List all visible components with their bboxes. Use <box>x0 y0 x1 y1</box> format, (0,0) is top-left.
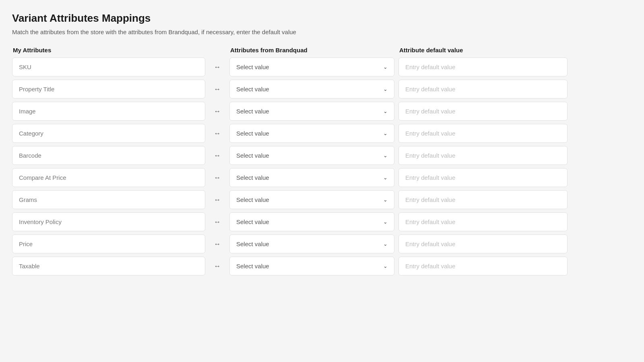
select-value-1[interactable]: Select value ⌄ <box>229 80 394 99</box>
attribute-label-5: Compare At Price <box>12 168 205 187</box>
chevron-icon-0: ⌄ <box>383 64 388 70</box>
arrow-icon-2: ↔ <box>205 107 229 115</box>
arrow-icon-7: ↔ <box>205 218 229 226</box>
attribute-label-6: Grams <box>12 190 205 209</box>
arrow-icon-3: ↔ <box>205 130 229 138</box>
chevron-icon-1: ⌄ <box>383 86 388 92</box>
mapping-row: Image ↔ Select value ⌄ Entry default val… <box>12 102 632 121</box>
attribute-label-2: Image <box>12 102 205 121</box>
default-value-input-0[interactable]: Entry default value <box>398 58 568 76</box>
mapping-row: Inventory Policy ↔ Select value ⌄ Entry … <box>12 212 632 231</box>
attribute-label-3: Category <box>12 124 205 143</box>
default-value-input-9[interactable]: Entry default value <box>398 257 568 276</box>
columns-header: My Attributes Attributes from Brandquad … <box>12 47 632 53</box>
select-value-0[interactable]: Select value ⌄ <box>229 58 394 76</box>
mapping-rows-container: SKU ↔ Select value ⌄ Entry default value… <box>12 58 632 276</box>
chevron-icon-3: ⌄ <box>383 130 388 136</box>
chevron-icon-7: ⌄ <box>383 219 388 225</box>
default-value-input-8[interactable]: Entry default value <box>398 234 568 253</box>
chevron-icon-2: ⌄ <box>383 108 388 114</box>
select-placeholder-5: Select value <box>236 174 269 181</box>
mapping-row: Grams ↔ Select value ⌄ Entry default val… <box>12 190 632 209</box>
mapping-row: Compare At Price ↔ Select value ⌄ Entry … <box>12 168 632 187</box>
attribute-label-0: SKU <box>12 58 205 76</box>
col-my-attributes: My Attributes <box>13 47 206 53</box>
default-value-input-7[interactable]: Entry default value <box>398 212 568 231</box>
col-spacer <box>206 47 230 53</box>
select-value-5[interactable]: Select value ⌄ <box>229 168 394 187</box>
select-placeholder-0: Select value <box>236 64 269 70</box>
page-title: Variant Attributes Mappings <box>12 12 632 25</box>
default-value-input-5[interactable]: Entry default value <box>398 168 568 187</box>
mapping-row: Taxable ↔ Select value ⌄ Entry default v… <box>12 257 632 276</box>
mapping-row: Barcode ↔ Select value ⌄ Entry default v… <box>12 146 632 165</box>
select-placeholder-7: Select value <box>236 218 269 225</box>
select-placeholder-4: Select value <box>236 152 269 159</box>
select-placeholder-3: Select value <box>236 130 269 137</box>
select-value-2[interactable]: Select value ⌄ <box>229 102 394 121</box>
select-placeholder-9: Select value <box>236 263 269 269</box>
arrow-icon-9: ↔ <box>205 262 229 270</box>
default-value-input-3[interactable]: Entry default value <box>398 124 568 143</box>
col-default-value: Attribute default value <box>399 47 568 53</box>
chevron-icon-6: ⌄ <box>383 197 388 203</box>
default-value-input-2[interactable]: Entry default value <box>398 102 568 121</box>
default-value-input-1[interactable]: Entry default value <box>398 80 568 99</box>
select-placeholder-6: Select value <box>236 196 269 203</box>
select-value-9[interactable]: Select value ⌄ <box>229 257 394 276</box>
col-brandquad-attributes: Attributes from Brandquad <box>230 47 399 53</box>
select-placeholder-8: Select value <box>236 241 269 247</box>
arrow-icon-1: ↔ <box>205 85 229 93</box>
attribute-label-4: Barcode <box>12 146 205 165</box>
attribute-label-8: Price <box>12 234 205 253</box>
mapping-row: Property Title ↔ Select value ⌄ Entry de… <box>12 80 632 99</box>
attribute-label-1: Property Title <box>12 80 205 99</box>
default-value-input-4[interactable]: Entry default value <box>398 146 568 165</box>
select-placeholder-2: Select value <box>236 108 269 115</box>
default-value-input-6[interactable]: Entry default value <box>398 190 568 209</box>
mapping-row: SKU ↔ Select value ⌄ Entry default value <box>12 58 632 76</box>
arrow-icon-4: ↔ <box>205 152 229 160</box>
select-value-7[interactable]: Select value ⌄ <box>229 212 394 231</box>
arrow-icon-8: ↔ <box>205 240 229 248</box>
chevron-icon-5: ⌄ <box>383 175 388 181</box>
chevron-icon-8: ⌄ <box>383 241 388 247</box>
select-placeholder-1: Select value <box>236 86 269 93</box>
page-description: Match the attributes from the store with… <box>12 29 632 35</box>
chevron-icon-4: ⌄ <box>383 152 388 158</box>
page-header: Variant Attributes Mappings Match the at… <box>12 12 632 35</box>
arrow-icon-6: ↔ <box>205 196 229 204</box>
arrow-icon-5: ↔ <box>205 174 229 182</box>
arrow-icon-0: ↔ <box>205 63 229 71</box>
attribute-label-9: Taxable <box>12 257 205 276</box>
select-value-3[interactable]: Select value ⌄ <box>229 124 394 143</box>
mapping-row: Price ↔ Select value ⌄ Entry default val… <box>12 234 632 253</box>
select-value-6[interactable]: Select value ⌄ <box>229 190 394 209</box>
mapping-row: Category ↔ Select value ⌄ Entry default … <box>12 124 632 143</box>
chevron-icon-9: ⌄ <box>383 263 388 269</box>
select-value-8[interactable]: Select value ⌄ <box>229 234 394 253</box>
select-value-4[interactable]: Select value ⌄ <box>229 146 394 165</box>
attribute-label-7: Inventory Policy <box>12 212 205 231</box>
